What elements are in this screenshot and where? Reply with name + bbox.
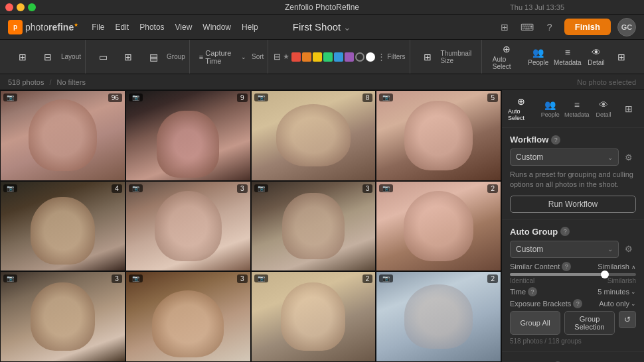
rp-people-button[interactable]: 👥 People bbox=[538, 97, 563, 120]
photo-cell-6[interactable]: 📷 3 bbox=[125, 181, 251, 272]
more-filters-icon[interactable]: ⋮ bbox=[377, 52, 386, 62]
auto-group-header: Auto Group ? bbox=[510, 227, 570, 237]
auto-group-dropdown[interactable]: Custom ⌄ bbox=[510, 241, 619, 258]
run-workflow-button[interactable]: Run Workflow bbox=[510, 196, 636, 213]
right-panel: ⊕ Auto Select 👥 People ≡ Metadata 👁 Deta… bbox=[501, 90, 644, 362]
close-button[interactable] bbox=[5, 3, 13, 11]
finish-button[interactable]: Finish bbox=[564, 19, 611, 35]
no-photo-status: No photo selected bbox=[577, 78, 636, 86]
photo-badge-10: 3 bbox=[237, 274, 248, 283]
swatch-green[interactable] bbox=[323, 52, 333, 62]
rp-auto-select-button[interactable]: ⊕ Auto Select bbox=[505, 94, 538, 123]
rp-auto-select-label: Auto Select bbox=[508, 108, 534, 121]
maximize-button[interactable] bbox=[28, 3, 36, 11]
detail-label: Detail bbox=[588, 59, 605, 66]
photo-badge-camera-8: 📷 bbox=[379, 184, 393, 192]
photo-cell-12[interactable]: 📷 2 bbox=[376, 271, 501, 362]
photo-3-bg bbox=[252, 91, 376, 180]
swatch-red[interactable] bbox=[291, 52, 301, 62]
grid-icon-1[interactable]: ⊞ bbox=[497, 19, 513, 35]
group-selection-button[interactable]: Group Selection bbox=[564, 311, 615, 335]
group-all-button[interactable]: Group All bbox=[510, 311, 560, 335]
time-chevron: ⌄ bbox=[631, 288, 636, 295]
project-title-chevron[interactable]: ⌄ bbox=[343, 22, 351, 32]
thumbnail-size-button[interactable]: ⊞ bbox=[416, 49, 440, 65]
swatch-purple[interactable] bbox=[345, 52, 354, 62]
sort-chevron: ⌄ bbox=[241, 54, 246, 60]
menu-view[interactable]: View bbox=[175, 23, 193, 32]
photo-cell-1[interactable]: 📷 96 bbox=[0, 90, 125, 181]
auto-group-info-icon[interactable]: ? bbox=[560, 227, 570, 236]
auto-select-button[interactable]: ⊕ Auto Select bbox=[489, 41, 524, 73]
compare-view-button[interactable]: ⊟ bbox=[36, 49, 60, 65]
grid-row-3: 📷 3 📷 3 📷 2 bbox=[0, 271, 501, 362]
group-button[interactable]: ⊞ bbox=[116, 49, 140, 65]
workflow-info-icon[interactable]: ? bbox=[551, 135, 560, 145]
photo-cell-11[interactable]: 📷 2 bbox=[251, 271, 376, 362]
exposure-info[interactable]: ? bbox=[573, 299, 582, 308]
rp-grid-button[interactable]: ⊞ bbox=[616, 101, 641, 116]
group-none-button[interactable]: ▭ bbox=[91, 49, 115, 65]
time-info[interactable]: ? bbox=[528, 287, 537, 296]
menu-window[interactable]: Window bbox=[202, 23, 231, 32]
photo-cell-10[interactable]: 📷 3 bbox=[125, 271, 251, 362]
photo-cell-4[interactable]: 📷 5 bbox=[376, 90, 501, 181]
photo-cell-7[interactable]: 📷 3 bbox=[251, 181, 376, 272]
refresh-button[interactable]: ↺ bbox=[619, 311, 636, 328]
logo-text: photorefine★ bbox=[25, 22, 78, 32]
detail-button[interactable]: 👁 Detail bbox=[584, 44, 608, 69]
photo-cell-8[interactable]: 📷 2 bbox=[376, 181, 501, 272]
rp-auto-select-icon: ⊕ bbox=[517, 96, 525, 107]
workflow-dropdown-arrow: ⌄ bbox=[607, 154, 613, 161]
avatar[interactable]: GC bbox=[617, 18, 636, 36]
slider-label-row: Similar Content ? Similarish ∧ bbox=[510, 262, 636, 271]
auto-select-icon: ⊕ bbox=[503, 44, 511, 54]
circle-swatch-filled[interactable] bbox=[366, 52, 375, 62]
minimize-button[interactable] bbox=[17, 3, 25, 11]
photo-cell-3[interactable]: 📷 8 bbox=[251, 90, 376, 181]
swatch-yellow[interactable] bbox=[313, 52, 322, 62]
auto-rate-gear-button[interactable]: ⚙ bbox=[621, 359, 636, 362]
swatch-orange[interactable] bbox=[302, 52, 311, 62]
main-content: 📷 96 📷 9 📷 8 bbox=[0, 90, 644, 362]
keyboard-icon[interactable]: ⌨ bbox=[519, 19, 535, 35]
workflow-gear-button[interactable]: ⚙ bbox=[621, 150, 636, 164]
face-5 bbox=[1, 182, 125, 271]
auto-group-dropdown-value: Custom bbox=[516, 245, 543, 254]
rp-metadata-button[interactable]: ≡ Metadata bbox=[563, 97, 591, 120]
grid-view-button[interactable]: ⊞ bbox=[11, 49, 35, 65]
menu-photos[interactable]: Photos bbox=[139, 23, 164, 32]
rp-detail-button[interactable]: 👁 Detail bbox=[591, 97, 616, 120]
filter-icon[interactable]: ⊟ bbox=[274, 52, 281, 62]
slider-thumb[interactable] bbox=[601, 271, 609, 278]
menu-file[interactable]: File bbox=[92, 23, 104, 32]
menu-help[interactable]: Help bbox=[242, 23, 258, 32]
sort-group: ≡ Capture Time ⌄ Sort bbox=[191, 40, 269, 74]
help-icon[interactable]: ? bbox=[542, 19, 558, 35]
photo-1-bg bbox=[1, 91, 125, 180]
auto-group-gear-button[interactable]: ⚙ bbox=[621, 242, 636, 257]
similar-content-track[interactable] bbox=[510, 273, 636, 276]
metadata-button[interactable]: ≡ Metadata bbox=[552, 44, 583, 69]
photo-cell-2[interactable]: 📷 9 bbox=[125, 90, 251, 181]
slider-fill bbox=[510, 273, 605, 276]
sort-button[interactable]: ≡ Capture Time ⌄ bbox=[195, 46, 250, 68]
filter-star[interactable]: ★ bbox=[283, 52, 289, 61]
people-button[interactable]: 👥 People bbox=[526, 44, 551, 69]
grid-toggle-icon: ⊞ bbox=[617, 52, 625, 62]
rp-toolbar: ⊕ Auto Select 👥 People ≡ Metadata 👁 Deta… bbox=[502, 90, 644, 128]
group-all-button[interactable]: ▤ bbox=[141, 49, 165, 65]
menu-edit[interactable]: Edit bbox=[116, 23, 129, 32]
circle-swatch-empty[interactable] bbox=[355, 52, 364, 62]
photo-cell-5[interactable]: 📷 4 bbox=[0, 181, 125, 272]
toolbar: ⊞ ⊟ Layout ▭ ⊞ ▤ Group ≡ Capture Time ⌄ … bbox=[0, 40, 644, 74]
swatch-blue[interactable] bbox=[334, 52, 343, 62]
traffic-lights[interactable] bbox=[5, 3, 36, 11]
auto-group-title: Auto Group bbox=[510, 227, 558, 237]
photo-cell-9[interactable]: 📷 3 bbox=[0, 271, 125, 362]
slider-right-label: Similarish bbox=[607, 277, 636, 284]
workflow-section: Workflow ? Custom ⌄ ⚙ Runs a preset for … bbox=[502, 128, 644, 220]
grid-toggle-button[interactable]: ⊞ bbox=[609, 49, 633, 65]
similar-content-info[interactable]: ? bbox=[562, 262, 571, 271]
workflow-dropdown[interactable]: Custom ⌄ bbox=[510, 149, 619, 166]
